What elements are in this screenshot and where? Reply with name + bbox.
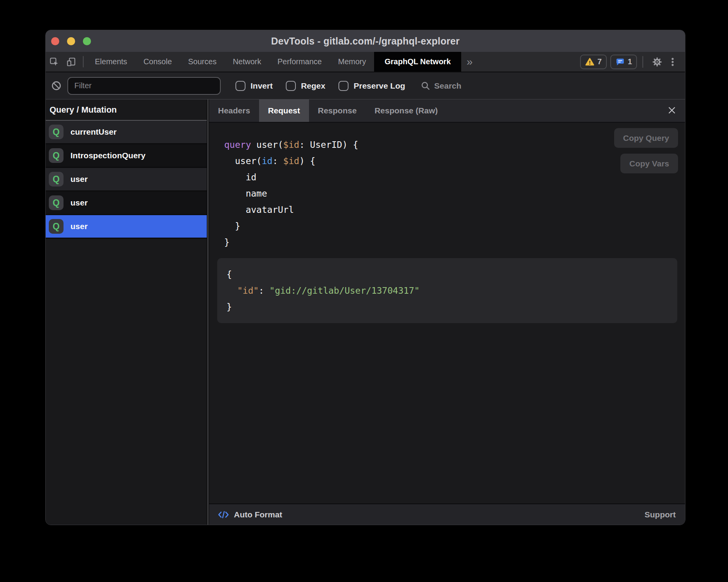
code-line: name [224, 185, 685, 202]
checkbox-label: Regex [301, 81, 325, 91]
code-line: "id": "gid://gitlab/User/13704317" [227, 282, 668, 299]
support-link[interactable]: Support [645, 510, 676, 519]
query-list-item-currentuser-0[interactable]: QcurrentUser [46, 121, 207, 144]
query-type-badge: Q [49, 148, 64, 163]
filter-input[interactable] [67, 77, 221, 95]
search-button[interactable]: Search [421, 81, 461, 91]
query-list-item-user-4[interactable]: Quser [46, 215, 207, 239]
panel-tab-elements[interactable]: Elements [87, 52, 135, 72]
devtools-toolbar: ElementsConsoleSourcesNetworkPerformance… [46, 52, 685, 72]
search-label: Search [434, 81, 461, 91]
copy-vars-button[interactable]: Copy Vars [620, 154, 678, 173]
graphql-query-code: query user($id: UserID) { user(id: $id) … [209, 123, 685, 250]
query-type-badge: Q [49, 195, 64, 210]
request-tab-request[interactable]: Request [259, 99, 309, 122]
toolbar-spacer [478, 52, 580, 72]
query-list-item-user-3[interactable]: Quser [46, 192, 207, 215]
query-type-badge: Q [49, 125, 64, 139]
minimize-window-button[interactable] [67, 37, 75, 45]
query-list: QcurrentUserQIntrospectionQueryQuserQuse… [46, 121, 207, 239]
panel-tab-console[interactable]: Console [135, 52, 180, 72]
settings-gear-icon[interactable] [649, 57, 666, 67]
maximize-window-button[interactable] [83, 37, 91, 45]
desktop-background: DevTools - gitlab.com/-/graphql-explorer… [0, 0, 728, 582]
inspect-element-icon[interactable] [46, 52, 63, 72]
checkbox-label: Invert [251, 81, 273, 91]
code-line: avatarUrl [224, 202, 685, 218]
panel-tab-sources[interactable]: Sources [180, 52, 225, 72]
warnings-badge[interactable]: 7 [580, 55, 607, 69]
clear-filter-icon[interactable] [51, 80, 62, 91]
warning-triangle-icon [585, 57, 594, 67]
query-variables-box: { "id": "gid://gitlab/User/13704317"} [217, 258, 677, 323]
code-line: } [224, 218, 685, 234]
chat-bubble-icon [615, 57, 625, 67]
panel-tab-performance[interactable]: Performance [270, 52, 330, 72]
checkbox-box-preserve-log[interactable] [338, 81, 349, 91]
auto-format-button[interactable]: Auto Format [218, 510, 282, 520]
graphql-variables-code: { "id": "gid://gitlab/User/13704317"} [227, 266, 668, 315]
filter-bar: InvertRegexPreserve Log Search [46, 72, 685, 99]
query-name-label: currentUser [70, 127, 117, 137]
panel-tab-network[interactable]: Network [225, 52, 269, 72]
devtools-window: DevTools - gitlab.com/-/graphql-explorer… [45, 30, 685, 525]
copy-buttons: Copy Query Copy Vars [614, 128, 678, 173]
query-name-label: user [70, 222, 88, 231]
request-tabs: HeadersRequestResponseResponse (Raw) [209, 99, 447, 122]
checkbox-box-invert[interactable] [235, 81, 246, 91]
panel-footer: Auto Format Support [209, 503, 685, 525]
more-options-icon[interactable] [666, 57, 680, 67]
query-type-badge: Q [49, 172, 64, 187]
checkbox-box-regex[interactable] [286, 81, 296, 91]
checkbox-preserve-log[interactable]: Preserve Log [338, 81, 405, 91]
checkbox-regex[interactable]: Regex [286, 81, 325, 91]
query-name-label: user [70, 198, 88, 207]
panel-tab-strip: ElementsConsoleSourcesNetworkPerformance… [87, 52, 461, 72]
query-list-item-introspectionquery-1[interactable]: QIntrospectionQuery [46, 144, 207, 168]
issues-count: 1 [628, 57, 632, 66]
code-brackets-icon [218, 510, 229, 520]
query-type-badge: Q [49, 219, 64, 234]
issues-badge[interactable]: 1 [610, 55, 637, 69]
sidebar-header: Query / Mutation [46, 99, 207, 121]
more-panels-chevron-icon[interactable]: » [461, 52, 478, 72]
panel-tab-graphql-network[interactable]: GraphQL Network [374, 52, 461, 72]
close-panel-icon[interactable] [666, 104, 678, 117]
request-tab-response-raw[interactable]: Response (Raw) [366, 99, 446, 122]
request-detail-panel: HeadersRequestResponseResponse (Raw) Cop… [209, 99, 685, 525]
status-badges: 7 1 [580, 55, 637, 69]
code-line: } [224, 234, 685, 250]
request-tab-response[interactable]: Response [309, 99, 366, 122]
code-line: { [227, 266, 668, 282]
panel-tab-memory[interactable]: Memory [330, 52, 374, 72]
device-toolbar-icon[interactable] [63, 52, 80, 72]
checkbox-invert[interactable]: Invert [235, 81, 273, 91]
query-name-label: IntrospectionQuery [70, 151, 146, 160]
code-line: } [227, 299, 668, 315]
query-name-label: user [70, 175, 88, 184]
request-tab-strip: HeadersRequestResponseResponse (Raw) [209, 99, 685, 123]
toolbar-divider [83, 56, 84, 67]
filter-options: InvertRegexPreserve Log [235, 81, 405, 91]
query-list-sidebar: Query / Mutation QcurrentUserQIntrospect… [46, 99, 207, 525]
warning-count: 7 [598, 57, 602, 66]
close-window-button[interactable] [51, 37, 59, 45]
request-body: Copy Query Copy Vars query user($id: Use… [209, 123, 685, 503]
auto-format-label: Auto Format [234, 510, 282, 519]
toolbar-divider [642, 56, 643, 68]
traffic-lights [51, 30, 91, 52]
copy-query-button[interactable]: Copy Query [614, 128, 678, 148]
checkbox-label: Preserve Log [354, 81, 405, 91]
panel-content: Query / Mutation QcurrentUserQIntrospect… [46, 99, 685, 525]
search-icon [421, 81, 430, 91]
request-tab-headers[interactable]: Headers [209, 99, 259, 122]
toolbar-right-group: 7 1 [580, 52, 680, 72]
window-title: DevTools - gitlab.com/-/graphql-explorer [271, 36, 460, 47]
query-list-item-user-2[interactable]: Quser [46, 168, 207, 192]
window-titlebar[interactable]: DevTools - gitlab.com/-/graphql-explorer [46, 30, 685, 52]
